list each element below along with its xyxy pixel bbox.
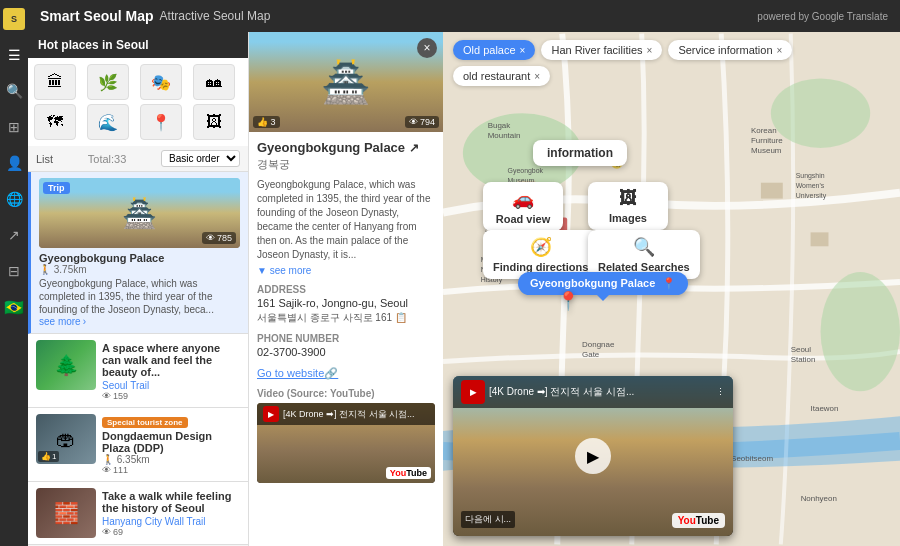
list-item[interactable]: 🏟 👍 1 Special tourist zone Dongdaemun De… bbox=[28, 408, 248, 482]
category-gallery[interactable]: 🖼 bbox=[193, 104, 235, 140]
video-title-text: [4K Drone ➡] 전지적 서울 시점... bbox=[283, 408, 415, 421]
youtube-logo-icon: ▶ bbox=[461, 380, 485, 404]
tab-han-river[interactable]: Han River facilities × bbox=[541, 40, 662, 60]
detail-image: 🏯 👁794 👍 3 bbox=[249, 32, 443, 132]
sort-order-select[interactable]: Basic order Distance Rating bbox=[161, 150, 240, 167]
category-building[interactable]: 🏛 bbox=[34, 64, 76, 100]
tab-old-palace[interactable]: Old palace × bbox=[453, 40, 535, 60]
road-view-button[interactable]: 🚗 Road view bbox=[483, 182, 563, 231]
phone-label: phone number bbox=[257, 333, 435, 344]
tab-close-icon[interactable]: × bbox=[647, 45, 653, 56]
list-item[interactable]: 🌲 👍 1 A space where anyone can walk and … bbox=[28, 334, 248, 408]
see-more-button[interactable]: see more› bbox=[39, 316, 240, 327]
map-video-overlay[interactable]: ▶ [4K Drone ➡] 전지적 서울 시점... ⋮ ▶ 다음에 시...… bbox=[453, 376, 733, 536]
svg-text:Mountain: Mountain bbox=[488, 131, 521, 140]
item-views: 👁 69 bbox=[102, 527, 240, 537]
grid-nav-icon[interactable]: ⊟ bbox=[3, 260, 25, 282]
item-image: 🏯 👁785 Trip bbox=[39, 178, 240, 248]
video-play-button[interactable]: ▶ bbox=[575, 438, 611, 474]
phone-number: 02-3700-3900 bbox=[257, 346, 435, 358]
app-header: Smart Seoul Map Attractive Seoul Map pow… bbox=[28, 0, 900, 32]
sidebar: S ☰ 🔍 ⊞ 👤 🌐 ↗ ⊟ 🇧🇷 bbox=[0, 0, 28, 546]
video-overlay-title: ▶ [4K Drone ➡] 전지적 서울 시점... ⋮ bbox=[453, 376, 733, 408]
svg-text:Itaewon: Itaewon bbox=[811, 404, 839, 413]
svg-text:Furniture: Furniture bbox=[751, 136, 783, 145]
brazil-flag-icon[interactable]: 🇧🇷 bbox=[3, 296, 25, 318]
svg-text:Station: Station bbox=[791, 355, 816, 364]
category-map[interactable]: 🗺 bbox=[34, 104, 76, 140]
related-searches-icon: 🔍 bbox=[633, 236, 655, 258]
content-area: Hot places in Seoul 🏛 🌿 🎭 🏘 🗺 🌊 📍 🖼 List… bbox=[28, 32, 900, 546]
map-tabs: Old palace × Han River facilities × Serv… bbox=[443, 40, 900, 86]
trip-badge: Trip bbox=[43, 182, 70, 194]
item-image: 🧱 bbox=[36, 488, 96, 538]
svg-text:Dongnae: Dongnae bbox=[582, 340, 615, 349]
detail-panel: × 🏯 👁794 👍 3 Gyeongbokgung Palace ↗ bbox=[248, 32, 443, 546]
tab-close-icon[interactable]: × bbox=[777, 45, 783, 56]
svg-text:Gate: Gate bbox=[582, 350, 600, 359]
address-label: address bbox=[257, 284, 435, 295]
user-icon[interactable]: 👤 bbox=[3, 152, 25, 174]
item-distance: 🚶 3.75km bbox=[39, 264, 240, 275]
svg-point-3 bbox=[821, 272, 900, 391]
layers-icon[interactable]: ⊞ bbox=[3, 116, 25, 138]
website-link[interactable]: Go to website🔗 bbox=[257, 367, 338, 379]
svg-text:Women's: Women's bbox=[796, 182, 825, 189]
video-thumbnail[interactable]: ▶ [4K Drone ➡] 전지적 서울 시점... YouTube bbox=[257, 403, 435, 483]
video-label: Video (Source: YouTube) bbox=[257, 388, 435, 399]
location-label[interactable]: Gyeongbokgung Palace 📍 bbox=[518, 272, 688, 295]
list-label: List bbox=[36, 153, 53, 165]
item-subtitle: Hanyang City Wall Trail bbox=[102, 516, 240, 527]
list-item[interactable]: 🧱 Take a walk while feeling the history … bbox=[28, 482, 248, 545]
video-inner: ▶ [4K Drone ➡] 전지적 서울 시점... ⋮ ▶ 다음에 시...… bbox=[453, 376, 733, 536]
svg-text:Korean: Korean bbox=[751, 126, 777, 135]
detail-view-count: 👁794 bbox=[405, 116, 439, 128]
item-description: Gyeongbokgung Palace, which was complete… bbox=[39, 277, 240, 316]
tab-service[interactable]: Service information × bbox=[668, 40, 792, 60]
category-housing[interactable]: 🏘 bbox=[193, 64, 235, 100]
see-more-detail[interactable]: ▼ see more bbox=[257, 265, 435, 276]
svg-text:Seoul: Seoul bbox=[791, 345, 812, 354]
svg-rect-8 bbox=[811, 232, 829, 246]
category-location[interactable]: 📍 bbox=[140, 104, 182, 140]
tab-close-icon[interactable]: × bbox=[534, 71, 540, 82]
map-pin[interactable]: 📍 bbox=[557, 290, 579, 312]
images-button[interactable]: 🖼 Images bbox=[588, 182, 668, 230]
item-name: Take a walk while feeling the history of… bbox=[102, 490, 240, 514]
location-pin-icon: 📍 bbox=[662, 277, 676, 289]
detail-close-button[interactable]: × bbox=[417, 38, 437, 58]
svg-text:Bugak: Bugak bbox=[488, 121, 511, 130]
app-logo[interactable]: S bbox=[3, 8, 25, 30]
powered-by: powered by Google Translate bbox=[757, 11, 888, 22]
tab-close-icon[interactable]: × bbox=[520, 45, 526, 56]
search-icon[interactable]: 🔍 bbox=[3, 80, 25, 102]
svg-text:Gyeongbok: Gyeongbok bbox=[508, 167, 544, 175]
video-section: Video (Source: YouTube) ▶ [4K Drone ➡] 전… bbox=[249, 388, 443, 491]
view-count: 👁785 bbox=[202, 232, 236, 244]
info-button[interactable]: information bbox=[533, 140, 627, 166]
youtube-brand: YouTube bbox=[672, 513, 725, 528]
list-item[interactable]: 🏯 👁785 Trip Gyeongbokgung Palace 🚶 3.75k… bbox=[28, 172, 248, 334]
item-distance: 🚶 6.35km bbox=[102, 454, 240, 465]
menu-icon[interactable]: ☰ bbox=[3, 44, 25, 66]
share-icon[interactable]: ↗ bbox=[3, 224, 25, 246]
detail-title: Gyeongbokgung Palace ↗ bbox=[257, 140, 435, 155]
tab-old-restaurant[interactable]: old restaurant × bbox=[453, 66, 550, 86]
svg-point-2 bbox=[771, 78, 870, 148]
images-icon: 🖼 bbox=[619, 188, 637, 209]
left-panel: Hot places in Seoul 🏛 🌿 🎭 🏘 🗺 🌊 📍 🖼 List… bbox=[28, 32, 248, 546]
youtube-logo: ▶ bbox=[263, 406, 279, 422]
item-image: 🌲 👍 1 bbox=[36, 340, 96, 390]
share-icon[interactable]: ↗ bbox=[409, 141, 419, 155]
list-header: List Total:33 Basic order Distance Ratin… bbox=[28, 146, 248, 172]
svg-rect-7 bbox=[761, 183, 783, 199]
category-culture[interactable]: 🎭 bbox=[140, 64, 182, 100]
address-section: address 161 Sajik-ro, Jongno-gu, Seoul 서… bbox=[257, 284, 435, 325]
directions-icon: 🧭 bbox=[530, 236, 552, 258]
category-water[interactable]: 🌊 bbox=[87, 104, 129, 140]
category-icon-grid: 🏛 🌿 🎭 🏘 🗺 🌊 📍 🖼 bbox=[28, 58, 248, 146]
svg-text:University: University bbox=[796, 192, 827, 200]
category-nature[interactable]: 🌿 bbox=[87, 64, 129, 100]
globe-icon[interactable]: 🌐 bbox=[3, 188, 25, 210]
app-title: Smart Seoul Map bbox=[40, 8, 154, 24]
